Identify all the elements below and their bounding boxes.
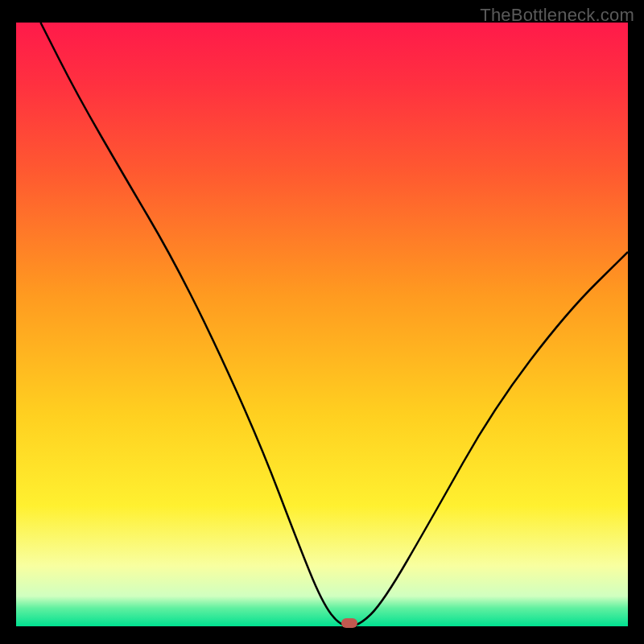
optimal-marker — [341, 618, 357, 628]
heat-gradient — [16, 23, 628, 626]
watermark-text: TheBottleneck.com — [480, 5, 634, 26]
bottleneck-chart — [16, 23, 628, 626]
chart-frame — [16, 23, 628, 626]
